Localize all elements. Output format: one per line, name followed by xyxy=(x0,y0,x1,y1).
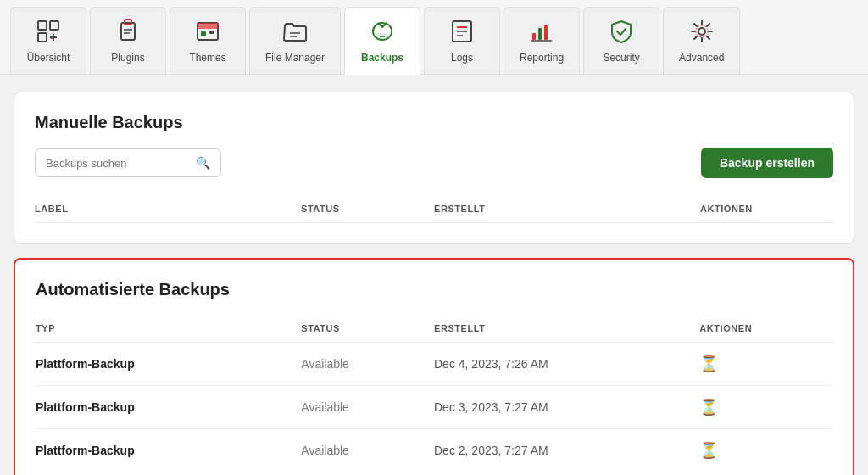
overview-icon xyxy=(35,18,62,48)
svg-point-26 xyxy=(698,28,705,35)
svg-rect-1 xyxy=(38,33,47,42)
row-date: Dec 2, 2023, 7:27 AM xyxy=(434,444,699,457)
nav-item-plugins[interactable]: Plugins xyxy=(90,7,166,74)
main-content: Manuelle Backups 🔍 Backup erstellen LABE… xyxy=(0,75,868,475)
nav-label-security: Security xyxy=(603,52,639,64)
automatisierte-backups-card: Automatisierte Backups TYP STATUS ERSTEL… xyxy=(14,258,854,475)
svg-rect-11 xyxy=(198,23,218,29)
row-typ: Plattform-Backup xyxy=(36,357,301,371)
svg-rect-2 xyxy=(50,21,58,30)
nav-item-filemanager[interactable]: File Manager xyxy=(249,7,341,74)
nav-item-themes[interactable]: Themes xyxy=(170,7,246,74)
security-icon xyxy=(608,18,635,48)
nav-bar: Übersicht Plugins Themes xyxy=(0,0,868,75)
nav-item-ubersicht[interactable]: Übersicht xyxy=(10,7,86,74)
col-header-typ: TYP xyxy=(36,320,301,337)
row-typ: Plattform-Backup xyxy=(36,400,301,414)
nav-label-advanced: Advanced xyxy=(679,52,724,64)
svg-rect-23 xyxy=(538,28,542,40)
advanced-icon xyxy=(688,18,715,48)
nav-label-reporting: Reporting xyxy=(520,52,564,64)
search-input[interactable] xyxy=(46,157,191,170)
nav-label-logs: Logs xyxy=(451,52,473,64)
col-header-erstellt: ERSTELLT xyxy=(434,200,700,217)
logs-icon xyxy=(448,18,476,48)
search-row: 🔍 Backup erstellen xyxy=(35,148,833,178)
row-status: Available xyxy=(301,444,434,457)
row-status: Available xyxy=(301,357,434,371)
table-row: Plattform-Backup Available Dec 2, 2023, … xyxy=(36,429,832,472)
themes-icon xyxy=(194,18,221,48)
create-backup-button[interactable]: Backup erstellen xyxy=(701,148,833,178)
col-header-status: STATUS xyxy=(301,320,434,337)
row-action-icon[interactable]: ⏳ xyxy=(699,441,832,460)
nav-label-plugins: Plugins xyxy=(111,52,144,64)
col-header-aktionen: AKTIONEN xyxy=(700,200,833,217)
col-header-status: STATUS xyxy=(301,200,434,217)
auto-table-body: Plattform-Backup Available Dec 4, 2023, … xyxy=(36,343,832,472)
nav-item-backups[interactable]: Backups xyxy=(344,7,420,75)
col-header-label: LABEL xyxy=(35,200,301,217)
nav-label-backups: Backups xyxy=(361,52,403,64)
row-date: Dec 3, 2023, 7:27 AM xyxy=(434,400,699,414)
nav-label-ubersicht: Übersicht xyxy=(27,52,70,64)
backups-icon xyxy=(369,18,396,48)
col-header-aktionen: AKTIONEN xyxy=(699,320,832,337)
reporting-icon xyxy=(528,18,555,48)
search-box[interactable]: 🔍 xyxy=(35,148,221,177)
auto-table-header: TYP STATUS ERSTELLT AKTIONEN xyxy=(36,315,832,343)
nav-item-security[interactable]: Security xyxy=(583,7,659,74)
table-row: Plattform-Backup Available Dec 3, 2023, … xyxy=(36,386,832,429)
row-date: Dec 4, 2023, 7:26 AM xyxy=(434,357,699,371)
nav-label-filemanager: File Manager xyxy=(265,52,325,64)
search-icon: 🔍 xyxy=(196,156,210,170)
manuelle-table-header: LABEL STATUS ERSTELLT AKTIONEN xyxy=(35,195,833,223)
svg-rect-24 xyxy=(544,25,548,40)
automatisierte-title: Automatisierte Backups xyxy=(36,280,832,299)
nav-item-reporting[interactable]: Reporting xyxy=(504,7,580,74)
nav-item-advanced[interactable]: Advanced xyxy=(663,7,740,74)
svg-rect-12 xyxy=(201,31,206,36)
row-action-icon[interactable]: ⏳ xyxy=(699,355,832,373)
nav-label-themes: Themes xyxy=(189,52,225,64)
table-row: Plattform-Backup Available Dec 4, 2023, … xyxy=(36,343,832,386)
svg-rect-22 xyxy=(532,33,536,40)
row-action-icon[interactable]: ⏳ xyxy=(699,398,832,416)
svg-rect-13 xyxy=(209,31,214,34)
manuelle-title: Manuelle Backups xyxy=(35,113,833,132)
row-typ: Plattform-Backup xyxy=(36,444,301,457)
col-header-erstellt: ERSTELLT xyxy=(434,320,699,337)
nav-item-logs[interactable]: Logs xyxy=(424,7,500,74)
svg-rect-0 xyxy=(38,21,47,30)
row-status: Available xyxy=(301,400,434,414)
manuelle-backups-card: Manuelle Backups 🔍 Backup erstellen LABE… xyxy=(14,92,854,244)
filemanager-icon xyxy=(281,18,309,48)
plugins-icon xyxy=(114,18,142,48)
